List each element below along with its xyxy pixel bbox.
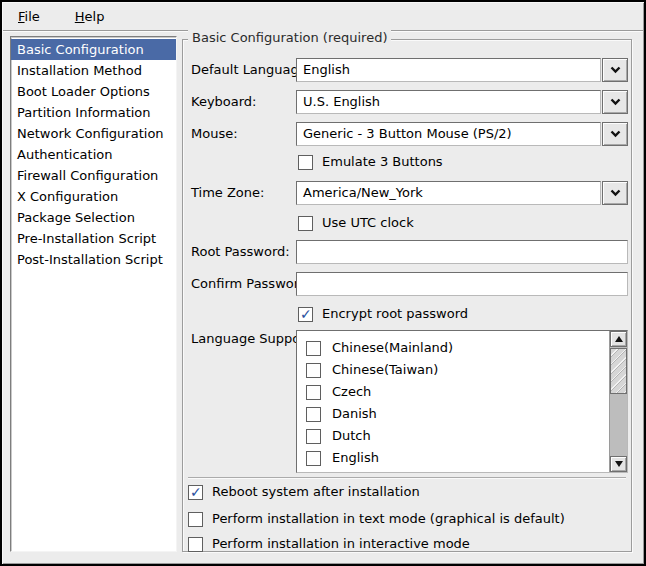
mouse-combobox[interactable]: Generic - 3 Button Mouse (PS/2) bbox=[296, 122, 628, 146]
menu-help[interactable]: Help bbox=[71, 7, 109, 26]
arrow-up-icon bbox=[615, 336, 623, 342]
confirm-password-input[interactable] bbox=[296, 272, 628, 296]
language-option[interactable]: Danish bbox=[306, 403, 609, 425]
confirm-password-label: Confirm Password: bbox=[191, 272, 311, 296]
scrollbar-trough[interactable] bbox=[610, 394, 627, 456]
reboot-after-install-label: Reboot system after installation bbox=[212, 484, 420, 500]
time-zone-combobox[interactable]: America/New_York bbox=[296, 181, 628, 205]
menu-file-rest: ile bbox=[25, 9, 40, 24]
language-checkbox[interactable] bbox=[306, 451, 321, 466]
chevron-down-icon bbox=[610, 98, 621, 106]
section-list: Basic Configuration Installation Method … bbox=[10, 36, 177, 552]
default-language-value: English bbox=[296, 58, 601, 82]
menu-help-mnemonic: H bbox=[75, 9, 85, 24]
use-utc-clock-checkbox[interactable] bbox=[298, 216, 313, 231]
root-password-input[interactable] bbox=[296, 240, 628, 264]
sidebar-item-authentication[interactable]: Authentication bbox=[11, 144, 176, 165]
keyboard-dropdown-button[interactable] bbox=[602, 90, 628, 114]
sidebar-item-basic-configuration[interactable]: Basic Configuration bbox=[11, 39, 176, 60]
scroll-up-button[interactable] bbox=[610, 331, 627, 347]
language-label: Chinese(Mainland) bbox=[332, 340, 453, 356]
default-language-dropdown-button[interactable] bbox=[602, 58, 628, 82]
time-zone-dropdown-button[interactable] bbox=[602, 181, 628, 205]
language-option[interactable]: Chinese(Taiwan) bbox=[306, 359, 609, 381]
chevron-down-icon bbox=[610, 66, 621, 74]
sidebar-item-package-selection[interactable]: Package Selection bbox=[11, 207, 176, 228]
emulate-3-buttons-label: Emulate 3 Buttons bbox=[322, 154, 443, 170]
text-mode-install-option[interactable]: Perform installation in text mode (graph… bbox=[188, 511, 565, 527]
language-checkbox[interactable] bbox=[306, 341, 321, 356]
scrollbar-thumb[interactable] bbox=[610, 348, 627, 394]
menu-bar: File Help bbox=[3, 3, 643, 31]
language-label: Dutch bbox=[332, 428, 371, 444]
sidebar-item-firewall-configuration[interactable]: Firewall Configuration bbox=[11, 165, 176, 186]
encrypt-root-password-label: Encrypt root password bbox=[322, 306, 468, 322]
default-language-combobox[interactable]: English bbox=[296, 58, 628, 82]
sidebar-item-post-installation-script[interactable]: Post-Installation Script bbox=[11, 249, 176, 270]
panel-title: Basic Configuration (required) bbox=[188, 30, 391, 45]
language-label: Danish bbox=[332, 406, 377, 422]
time-zone-value: America/New_York bbox=[296, 181, 601, 205]
time-zone-label: Time Zone: bbox=[191, 181, 264, 205]
language-checkbox[interactable] bbox=[306, 407, 321, 422]
text-mode-install-label: Perform installation in text mode (graph… bbox=[212, 511, 565, 527]
text-mode-install-checkbox[interactable] bbox=[188, 512, 203, 527]
mouse-value: Generic - 3 Button Mouse (PS/2) bbox=[296, 122, 601, 146]
keyboard-label: Keyboard: bbox=[191, 90, 257, 114]
emulate-3-buttons-option[interactable]: Emulate 3 Buttons bbox=[298, 154, 443, 170]
root-password-label: Root Password: bbox=[191, 240, 290, 264]
language-checkbox[interactable] bbox=[306, 385, 321, 400]
chevron-down-icon bbox=[610, 189, 621, 197]
language-option[interactable]: Dutch bbox=[306, 425, 609, 447]
arrow-down-icon bbox=[615, 461, 623, 467]
basic-configuration-panel: Basic Configuration (required) Default L… bbox=[182, 39, 632, 552]
keyboard-combobox[interactable]: U.S. English bbox=[296, 90, 628, 114]
language-support-items: Chinese(Mainland) Chinese(Taiwan) Czech … bbox=[297, 331, 609, 472]
scroll-down-button[interactable] bbox=[610, 456, 627, 472]
sidebar-item-x-configuration[interactable]: X Configuration bbox=[11, 186, 176, 207]
language-label: English bbox=[332, 450, 379, 466]
sidebar-item-boot-loader-options[interactable]: Boot Loader Options bbox=[11, 81, 176, 102]
reboot-after-install-option[interactable]: Reboot system after installation bbox=[188, 484, 420, 500]
mouse-dropdown-button[interactable] bbox=[602, 122, 628, 146]
language-option[interactable]: Chinese(Mainland) bbox=[306, 337, 609, 359]
reboot-after-install-checkbox[interactable] bbox=[188, 485, 203, 500]
interactive-install-checkbox[interactable] bbox=[188, 537, 203, 552]
options-separator bbox=[188, 477, 626, 478]
menu-help-rest: elp bbox=[85, 9, 105, 24]
sidebar-item-pre-installation-script[interactable]: Pre-Installation Script bbox=[11, 228, 176, 249]
default-language-label: Default Language: bbox=[191, 58, 311, 82]
language-checkbox[interactable] bbox=[306, 429, 321, 444]
language-option[interactable]: English bbox=[306, 447, 609, 469]
kickstart-configurator-window: File Help Basic Configuration Installati… bbox=[0, 0, 646, 566]
interactive-install-label: Perform installation in interactive mode bbox=[212, 536, 470, 552]
language-list-scrollbar[interactable] bbox=[609, 331, 627, 472]
use-utc-clock-label: Use UTC clock bbox=[322, 215, 414, 231]
language-label: Czech bbox=[332, 384, 371, 400]
language-support-list: Chinese(Mainland) Chinese(Taiwan) Czech … bbox=[296, 330, 628, 473]
sidebar-item-partition-information[interactable]: Partition Information bbox=[11, 102, 176, 123]
sidebar-item-network-configuration[interactable]: Network Configuration bbox=[11, 123, 176, 144]
encrypt-root-password-option[interactable]: Encrypt root password bbox=[298, 306, 468, 322]
emulate-3-buttons-checkbox[interactable] bbox=[298, 155, 313, 170]
language-option[interactable]: Czech bbox=[306, 381, 609, 403]
language-label: Chinese(Taiwan) bbox=[332, 362, 438, 378]
menu-file[interactable]: File bbox=[14, 7, 44, 26]
sidebar-item-installation-method[interactable]: Installation Method bbox=[11, 60, 176, 81]
interactive-install-option[interactable]: Perform installation in interactive mode bbox=[188, 536, 470, 552]
encrypt-root-password-checkbox[interactable] bbox=[298, 307, 313, 322]
use-utc-clock-option[interactable]: Use UTC clock bbox=[298, 215, 414, 231]
keyboard-value: U.S. English bbox=[296, 90, 601, 114]
mouse-label: Mouse: bbox=[191, 122, 238, 146]
chevron-down-icon bbox=[610, 130, 621, 138]
language-checkbox[interactable] bbox=[306, 363, 321, 378]
